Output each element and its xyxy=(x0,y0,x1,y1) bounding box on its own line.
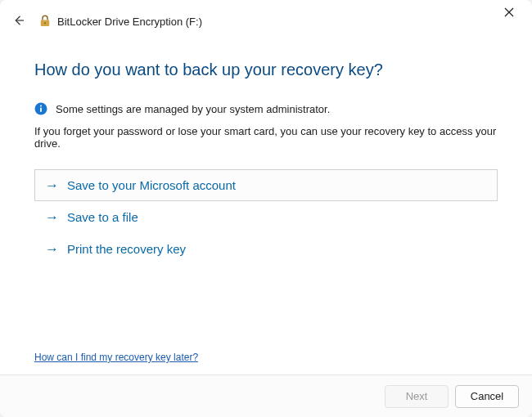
option-label: Print the recovery key xyxy=(67,242,186,256)
admin-notice-text: Some settings are managed by your system… xyxy=(56,103,330,115)
cancel-button[interactable]: Cancel xyxy=(455,385,519,408)
back-button[interactable] xyxy=(11,13,26,30)
svg-point-2 xyxy=(44,22,46,24)
arrow-right-icon: → xyxy=(45,210,59,224)
content-area: How do you want to back up your recovery… xyxy=(0,38,532,374)
arrow-right-icon: → xyxy=(45,178,59,192)
option-save-microsoft-account[interactable]: → Save to your Microsoft account xyxy=(34,169,498,201)
title-bar: BitLocker Drive Encryption (F:) xyxy=(0,0,532,38)
option-label: Save to a file xyxy=(67,210,138,224)
help-link-find-key[interactable]: How can I find my recovery key later? xyxy=(34,352,198,363)
svg-point-7 xyxy=(40,105,42,106)
description-text: If you forget your password or lose your… xyxy=(34,125,498,150)
bitlocker-wizard-window: BitLocker Drive Encryption (F:) How do y… xyxy=(0,0,532,417)
option-label: Save to your Microsoft account xyxy=(67,178,236,192)
arrow-right-icon: → xyxy=(45,242,59,256)
admin-notice: Some settings are managed by your system… xyxy=(34,102,498,115)
info-icon xyxy=(34,102,47,115)
footer-bar: Next Cancel xyxy=(0,374,532,417)
svg-rect-6 xyxy=(40,108,42,113)
bitlocker-icon xyxy=(38,14,52,29)
option-print-recovery-key[interactable]: → Print the recovery key xyxy=(34,233,498,265)
page-heading: How do you want to back up your recovery… xyxy=(34,61,498,79)
close-button[interactable] xyxy=(499,5,519,20)
option-save-to-file[interactable]: → Save to a file xyxy=(34,201,498,233)
next-button[interactable]: Next xyxy=(385,385,449,408)
window-title: BitLocker Drive Encryption (F:) xyxy=(57,16,202,28)
recovery-options-list: → Save to your Microsoft account → Save … xyxy=(34,169,498,265)
